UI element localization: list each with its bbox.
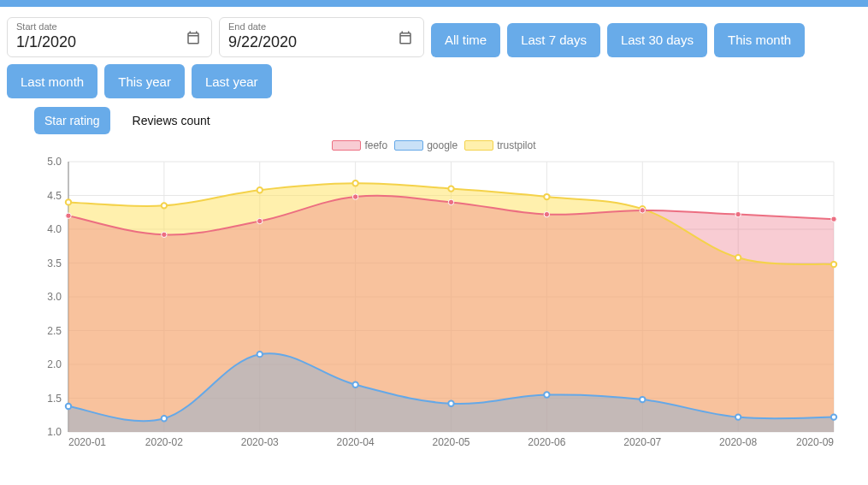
start-date-label: Start date bbox=[16, 21, 203, 32]
this-year-button[interactable]: This year bbox=[104, 64, 185, 98]
svg-point-37 bbox=[66, 199, 71, 204]
swatch-trustpilot bbox=[464, 140, 493, 151]
svg-text:2020-05: 2020-05 bbox=[432, 436, 469, 448]
legend-label-google: google bbox=[427, 139, 458, 151]
svg-text:2.5: 2.5 bbox=[47, 325, 62, 337]
svg-point-61 bbox=[640, 397, 645, 402]
svg-text:3.5: 3.5 bbox=[47, 257, 62, 269]
svg-text:3.0: 3.0 bbox=[47, 291, 62, 303]
svg-point-38 bbox=[162, 203, 167, 208]
svg-point-58 bbox=[352, 382, 357, 387]
svg-text:2020-06: 2020-06 bbox=[528, 436, 565, 448]
swatch-feefo bbox=[332, 140, 361, 151]
svg-point-54 bbox=[831, 216, 836, 222]
svg-point-39 bbox=[257, 187, 263, 192]
svg-point-53 bbox=[735, 211, 741, 216]
calendar-icon bbox=[186, 30, 201, 45]
chart-area: feefo google trustpilot 1.01.52.02.53.03… bbox=[0, 134, 868, 452]
svg-point-56 bbox=[162, 416, 167, 421]
swatch-google bbox=[394, 140, 423, 151]
svg-text:4.5: 4.5 bbox=[47, 190, 62, 202]
svg-point-55 bbox=[66, 404, 71, 409]
end-date-value: 9/22/2020 bbox=[228, 33, 415, 51]
this-month-button[interactable]: This month bbox=[714, 23, 805, 57]
end-date-label: End date bbox=[228, 21, 415, 32]
top-accent-bar bbox=[0, 0, 868, 7]
svg-point-52 bbox=[640, 208, 645, 213]
svg-point-59 bbox=[448, 401, 453, 406]
svg-point-45 bbox=[831, 262, 836, 267]
svg-text:2020-01: 2020-01 bbox=[68, 436, 106, 448]
svg-text:2020-03: 2020-03 bbox=[241, 436, 279, 448]
all-time-button[interactable]: All time bbox=[431, 23, 500, 57]
svg-text:2020-08: 2020-08 bbox=[719, 436, 757, 448]
last-7-days-button[interactable]: Last 7 days bbox=[507, 23, 600, 57]
svg-text:2020-09: 2020-09 bbox=[796, 436, 834, 448]
svg-point-49 bbox=[352, 194, 357, 199]
svg-point-57 bbox=[257, 352, 263, 357]
last-30-days-button[interactable]: Last 30 days bbox=[607, 23, 707, 57]
svg-text:2020-04: 2020-04 bbox=[337, 436, 375, 448]
last-month-button[interactable]: Last month bbox=[7, 64, 97, 98]
svg-text:2020-02: 2020-02 bbox=[145, 436, 183, 448]
svg-point-46 bbox=[66, 213, 71, 218]
svg-text:2.0: 2.0 bbox=[47, 358, 62, 370]
svg-text:5.0: 5.0 bbox=[47, 156, 62, 168]
start-date-input[interactable]: Start date 1/1/2020 bbox=[7, 17, 212, 57]
legend-item-google[interactable]: google bbox=[394, 139, 458, 151]
line-chart: 1.01.52.02.53.03.54.04.55.02020-012020-0… bbox=[26, 153, 842, 452]
svg-text:2020-07: 2020-07 bbox=[623, 436, 661, 448]
svg-point-60 bbox=[544, 392, 549, 397]
svg-point-62 bbox=[735, 414, 741, 419]
svg-text:1.0: 1.0 bbox=[47, 426, 62, 438]
svg-point-44 bbox=[735, 255, 741, 260]
svg-point-63 bbox=[831, 414, 836, 419]
svg-point-41 bbox=[448, 186, 453, 191]
svg-point-40 bbox=[352, 180, 357, 186]
legend-item-trustpilot[interactable]: trustpilot bbox=[464, 139, 535, 151]
tab-star-rating[interactable]: Star rating bbox=[34, 107, 110, 134]
svg-point-48 bbox=[257, 218, 263, 223]
svg-point-47 bbox=[162, 232, 167, 237]
svg-text:1.5: 1.5 bbox=[47, 393, 62, 405]
chart-legend: feefo google trustpilot bbox=[26, 134, 842, 153]
tab-reviews-count[interactable]: Reviews count bbox=[122, 107, 221, 134]
start-date-value: 1/1/2020 bbox=[16, 33, 203, 51]
legend-item-feefo[interactable]: feefo bbox=[332, 139, 387, 151]
svg-point-50 bbox=[448, 199, 453, 204]
legend-label-trustpilot: trustpilot bbox=[497, 139, 535, 151]
last-year-button[interactable]: Last year bbox=[192, 64, 272, 98]
calendar-icon bbox=[398, 30, 413, 45]
svg-point-42 bbox=[544, 194, 549, 199]
svg-point-51 bbox=[544, 211, 549, 216]
legend-label-feefo: feefo bbox=[364, 139, 387, 151]
svg-text:4.0: 4.0 bbox=[47, 223, 62, 235]
end-date-input[interactable]: End date 9/22/2020 bbox=[219, 17, 424, 57]
